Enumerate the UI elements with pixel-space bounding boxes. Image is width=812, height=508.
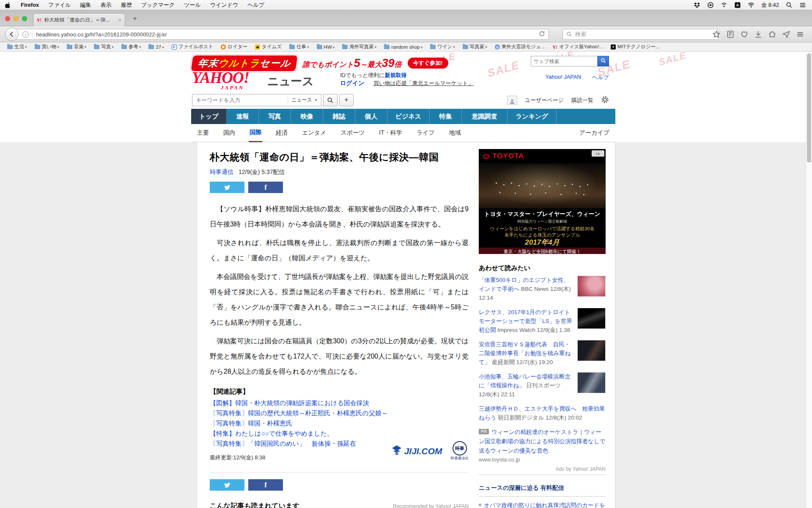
bookmarks-panel-icon[interactable] xyxy=(726,30,735,40)
tab-survey[interactable]: 意識調査 xyxy=(462,109,508,124)
facebook-share-button[interactable]: f xyxy=(248,182,283,193)
creative-cloud-icon[interactable] xyxy=(707,1,714,8)
menu-hamburger-icon[interactable] xyxy=(796,30,804,40)
url-text[interactable]: headlines.yahoo.co.jp/hl?a=20161209-0000… xyxy=(36,31,539,38)
tab-magazine[interactable]: 雑誌 xyxy=(323,109,355,124)
tab-personal[interactable]: 個人 xyxy=(355,109,387,124)
minimize-window-button[interactable] xyxy=(14,16,19,21)
bookmark-folder-life[interactable]: 生活 xyxy=(4,44,30,50)
back-button[interactable] xyxy=(5,28,19,41)
browser-tab[interactable]: Y! 朴大統領「運命の日」＝弾... xyxy=(33,13,125,26)
subnav-entertainment[interactable]: エンタメ xyxy=(301,124,327,141)
bookmark-mit-tech[interactable]: +MITテクノロジー... xyxy=(608,44,663,50)
tab-feature[interactable]: 特集 xyxy=(430,109,462,124)
zoom-window-button[interactable] xyxy=(22,16,27,21)
menu-edit[interactable]: 編集 xyxy=(76,1,96,9)
subnav-it-science[interactable]: IT・科学 xyxy=(378,124,403,141)
close-window-button[interactable] xyxy=(5,16,10,21)
bookmark-filepost[interactable]: Fファイルポスト xyxy=(169,44,216,50)
bookmark-folder-shopping[interactable]: 買い物 xyxy=(32,44,62,50)
bookmark-folder-overseas-photographers[interactable]: 海外写真家 xyxy=(339,44,379,50)
scrollbar-thumb[interactable] xyxy=(807,53,811,163)
dropbox-icon[interactable] xyxy=(694,1,700,8)
spotlight-icon[interactable] xyxy=(786,1,793,8)
jiji-press-logo[interactable]: 時事 時事通信社 xyxy=(451,441,469,461)
input-source-icon[interactable]: A xyxy=(734,1,741,8)
share-icon[interactable] xyxy=(782,30,790,40)
web-search-button[interactable] xyxy=(598,56,609,66)
tab-photos[interactable]: 写真 xyxy=(259,109,291,124)
bookmark-folder-work[interactable]: 仕事 xyxy=(286,44,312,50)
menu-history[interactable]: 履歴 xyxy=(116,1,137,9)
wifi-icon[interactable] xyxy=(748,1,754,8)
airdrop-icon[interactable] xyxy=(721,1,727,8)
news-thumbnail[interactable] xyxy=(577,276,606,297)
menu-view[interactable]: 表示 xyxy=(96,1,116,9)
subnav-life[interactable]: ライフ xyxy=(416,124,436,141)
login-link[interactable]: ログイン xyxy=(340,80,364,86)
news-thumbnail[interactable] xyxy=(577,308,606,329)
menu-tools[interactable]: ツール xyxy=(179,1,206,9)
premium-article-link[interactable]: オバマ政権の怒りに触れ真珠湾訪問のカードを切った安倍総理 ¥ xyxy=(479,501,606,508)
avatar[interactable] xyxy=(507,96,517,105)
bookmark-star-icon[interactable] xyxy=(712,30,721,40)
bookmark-folder-random-shop[interactable]: random shop xyxy=(381,44,425,50)
related-link[interactable]: 〔写真特集〕韓国の歴代大統領～朴正熙氏・朴槿恵氏の父娘～ xyxy=(210,408,469,418)
menu-window[interactable]: ウインドウ xyxy=(206,1,243,9)
subnav-main[interactable]: 主要 xyxy=(196,124,210,141)
twitter-share-button[interactable] xyxy=(210,479,244,491)
related-link[interactable]: 【特集】わたしは○○で仕事をやめました。 xyxy=(210,428,469,439)
bookmark-folder-reference[interactable]: 参考 xyxy=(118,44,144,50)
twitter-share-button[interactable] xyxy=(210,182,244,193)
related-link[interactable]: 〔写真特集〕韓国・朴槿恵氏 xyxy=(210,418,469,428)
apple-menu-icon[interactable] xyxy=(0,1,16,8)
search-scope-dropdown[interactable]: ニュース xyxy=(288,96,318,105)
tab-video[interactable]: 映像 xyxy=(291,109,323,124)
tab-business[interactable]: ビジネス xyxy=(387,109,430,124)
browser-search-field[interactable]: 検索 xyxy=(562,29,718,40)
facebook-share-button[interactable]: f xyxy=(248,479,283,491)
article-source-link[interactable]: 時事通信 xyxy=(210,168,233,175)
url-bar[interactable]: i headlines.yahoo.co.jp/hl?a=20161209-00… xyxy=(15,29,549,40)
add-search-tab-button[interactable]: + xyxy=(339,94,354,106)
subnav-international[interactable]: 国際 xyxy=(249,124,262,142)
tab-close-icon[interactable] xyxy=(118,17,121,23)
new-tab-button[interactable]: + xyxy=(129,14,141,23)
web-search-input[interactable] xyxy=(531,56,598,66)
jiji-com-logo[interactable]: JIJI.COM xyxy=(392,445,442,457)
subnav-economy[interactable]: 経済 xyxy=(275,124,288,141)
tohoku-market-link[interactable]: 買い物は応援「東北エールマーケット」 xyxy=(373,80,473,86)
subnav-domestic[interactable]: 国内 xyxy=(222,124,236,141)
home-icon[interactable] xyxy=(768,30,776,40)
pocket-icon[interactable] xyxy=(740,30,749,40)
site-info-icon[interactable]: i xyxy=(22,31,29,38)
subnav-sports[interactable]: スポーツ xyxy=(340,124,365,141)
tab-ranking[interactable]: ランキング xyxy=(508,109,557,124)
menu-bookmarks[interactable]: ブックマーク xyxy=(137,1,180,9)
news-thumbnail[interactable] xyxy=(577,340,606,361)
bookmark-folder-photo[interactable]: 写真 xyxy=(91,44,117,50)
bookmark-folder-wine[interactable]: ワイン xyxy=(427,44,458,50)
menu-help[interactable]: ヘルプ xyxy=(243,1,269,9)
toyota-ad[interactable]: i▸ TOYOTA トヨタ・マスター・プレイヤーズ、ウィーン 特別協力ウィーン国… xyxy=(479,149,606,254)
bookmark-tufs-language[interactable]: ◍東外大言語モジュ... xyxy=(492,44,548,50)
sale-banner[interactable]: 年末ウルトラセール 誰でもポイント5～最大39倍 今すぐ参加! xyxy=(192,53,448,73)
scrollbar[interactable] xyxy=(806,52,812,508)
news-search-input[interactable] xyxy=(196,97,288,103)
subscriptions-link[interactable]: 購読一覧 xyxy=(571,97,593,104)
menu-file[interactable]: ファイル xyxy=(44,1,75,9)
menubar-clock[interactable]: 金 8:42 xyxy=(761,1,779,9)
signup-link[interactable]: 新規取得 xyxy=(384,72,406,78)
tab-top[interactable]: トップ xyxy=(191,109,227,124)
settings-gear-icon[interactable] xyxy=(601,96,609,105)
archive-link[interactable]: アーカイブ xyxy=(579,129,609,137)
reload-icon[interactable] xyxy=(539,30,545,39)
bookmark-folder-hw[interactable]: HW xyxy=(314,44,338,50)
bookmark-reuters[interactable]: ロイター xyxy=(218,44,250,50)
ad-info-icon[interactable]: i▸ xyxy=(592,150,604,157)
ads-by-label[interactable]: Ads by Yahoo! JAPAN xyxy=(479,466,606,472)
notification-center-icon[interactable] xyxy=(799,1,806,8)
user-page-link[interactable]: ユーザーページ xyxy=(525,97,564,104)
pr-ad-link[interactable]: ウィーンの精鋭達のオーケストラ｜ウィーン国立歌劇場の協力による特別公演指揮者なし… xyxy=(479,429,606,454)
news-thumbnail[interactable] xyxy=(577,372,606,393)
